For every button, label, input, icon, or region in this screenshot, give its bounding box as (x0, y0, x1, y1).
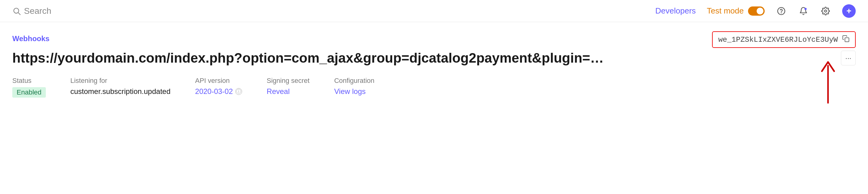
help-icon[interactable] (776, 5, 787, 16)
webhook-key-text: we_1PZSkLIxZXVE6RJLoYcE3UyW (718, 36, 838, 44)
status-group: Status Enabled (12, 77, 46, 98)
test-mode-toggle[interactable] (748, 6, 765, 16)
svg-point-5 (825, 10, 827, 12)
settings-icon[interactable] (820, 5, 831, 16)
svg-line-1 (18, 12, 20, 14)
top-nav: Search Developers Test mode (0, 0, 868, 22)
info-row: Status Enabled Listening for customer.su… (12, 77, 856, 98)
status-label: Status (12, 77, 46, 85)
configuration-group: Configuration View logs (334, 77, 374, 96)
listening-group: Listening for customer.subscription.upda… (70, 77, 171, 96)
search-label: Search (24, 6, 51, 16)
status-badge: Enabled (12, 87, 46, 98)
webhook-url: https://yourdomain.com/index.php?option=… (12, 50, 835, 66)
api-version-label: API version (195, 77, 242, 85)
listening-value: customer.subscription.updated (70, 87, 171, 96)
signing-secret-reveal[interactable]: Reveal (267, 87, 309, 96)
api-version-value[interactable]: 2020-03-02 (195, 87, 233, 96)
avatar[interactable]: + (842, 4, 856, 18)
dots-label: ··· (845, 54, 851, 62)
svg-point-4 (805, 8, 807, 10)
signing-secret-label: Signing secret (267, 77, 309, 85)
red-arrow-annotation (819, 56, 837, 106)
url-dots-button[interactable]: ··· (841, 51, 856, 65)
main-content: we_1PZSkLIxZXVE6RJLoYcE3UyW Webhooks htt… (0, 22, 868, 110)
svg-point-3 (781, 12, 781, 13)
nav-right: Developers Test mode (655, 4, 856, 18)
copy-icon[interactable] (842, 35, 849, 44)
avatar-icon: + (846, 6, 851, 16)
view-logs-link[interactable]: View logs (334, 87, 374, 96)
test-mode-label: Test mode (707, 6, 744, 16)
notifications-icon[interactable] (798, 5, 809, 16)
search-icon (12, 7, 21, 15)
configuration-label: Configuration (334, 77, 374, 85)
developers-link[interactable]: Developers (655, 6, 696, 16)
api-version-info-icon[interactable]: ⓘ (235, 88, 242, 95)
webhook-key-box: we_1PZSkLIxZXVE6RJLoYcE3UyW (712, 31, 856, 48)
signing-secret-group: Signing secret Reveal (267, 77, 309, 96)
api-version-group: API version 2020-03-02 ⓘ (195, 77, 242, 96)
listening-label: Listening for (70, 77, 171, 85)
svg-rect-6 (845, 38, 849, 42)
search-area[interactable]: Search (12, 6, 51, 16)
webhook-url-row: https://yourdomain.com/index.php?option=… (12, 50, 856, 66)
api-version-row: 2020-03-02 ⓘ (195, 87, 242, 96)
test-mode-area: Test mode (707, 6, 765, 16)
toggle-knob (757, 8, 764, 14)
